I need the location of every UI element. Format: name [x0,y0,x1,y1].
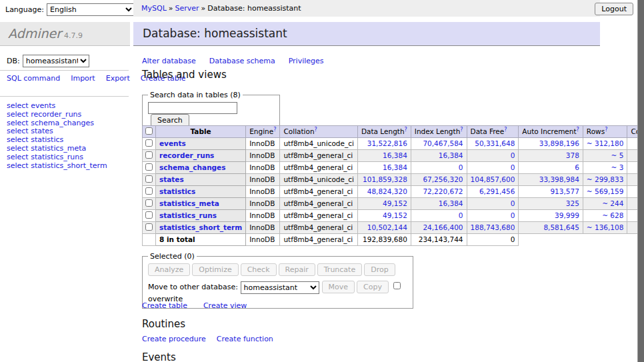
row-checkbox[interactable] [145,175,153,183]
overwrite-checkbox[interactable] [393,282,401,289]
row-checkbox[interactable] [145,211,153,219]
table-link[interactable]: statistics [159,187,195,195]
optimize-button[interactable]: Optimize [192,263,238,276]
sidebar-table-link-states[interactable]: states [31,127,53,135]
data-length-link[interactable]: 48,824,320 [367,187,407,195]
sidebar-link-import[interactable]: Import [71,74,95,83]
auto-increment-link[interactable]: 325 [566,199,579,207]
sidebar-table-link-recorder-runs[interactable]: recorder_runs [31,110,81,119]
drop-button[interactable]: Drop [364,263,395,276]
create-table-link[interactable]: Create table [142,301,187,310]
auto-increment-link[interactable]: 6 [575,163,579,171]
search-input[interactable] [148,102,237,114]
table-link[interactable]: states [159,175,184,183]
create-view-link[interactable]: Create view [203,301,247,310]
help-link[interactable]: ? [315,127,317,133]
data-length-link[interactable]: 31,522,816 [367,139,407,147]
help-link[interactable]: ? [405,127,407,133]
table-link[interactable]: recorder_runs [159,151,214,159]
sidebar-link-sql-command[interactable]: SQL command [7,74,60,83]
create-function-link[interactable]: Create function [217,335,273,343]
sidebar-select-link[interactable]: select [7,127,29,135]
index-length-link[interactable]: 16,384 [439,199,463,207]
rows-count-link[interactable]: ~ 569,159 [587,187,624,195]
check-button[interactable]: Check [241,263,277,276]
sidebar-table-link-statistics-runs[interactable]: statistics_runs [31,153,83,161]
help-link[interactable]: ? [577,127,579,133]
move-button[interactable]: Move [322,281,355,293]
database-schema-link[interactable]: Database schema [209,57,275,65]
analyze-button[interactable]: Analyze [148,263,190,276]
sidebar-table-link-events[interactable]: events [31,101,55,110]
data-length-link[interactable]: 10,502,144 [367,223,407,231]
row-checkbox[interactable] [145,163,153,171]
data-free-link[interactable]: 104,857,600 [471,175,515,183]
rows-count-link[interactable]: ~ 628 [602,211,623,219]
index-length-link[interactable]: 16,384 [439,151,463,159]
breadcrumb-link-server[interactable]: Server [175,4,199,13]
rows-count-link[interactable]: ~ 136,108 [587,223,624,231]
row-checkbox[interactable] [145,187,153,195]
table-link[interactable]: events [159,139,186,147]
sidebar-select-link[interactable]: select [7,144,29,153]
auto-increment-link[interactable]: 39,999 [555,211,579,219]
index-length-link[interactable]: 67,256,320 [423,175,463,183]
data-free-link[interactable]: 6,291,456 [479,187,515,195]
index-length-link[interactable]: 72,220,672 [423,187,463,195]
sidebar-link-export[interactable]: Export [106,74,130,83]
data-length-link[interactable]: 101,859,328 [363,175,407,183]
help-link[interactable]: ? [504,127,507,133]
move-database-select[interactable]: homeassistant [241,281,319,294]
breadcrumb-link-mysql[interactable]: MySQL [141,4,167,13]
privileges-link[interactable]: Privileges [289,57,324,65]
index-length-link[interactable]: 24,166,400 [423,223,463,231]
data-free-link[interactable]: 0 [511,151,515,159]
sidebar-select-link[interactable]: select [7,119,29,127]
sidebar-select-link[interactable]: select [7,161,29,170]
auto-increment-link[interactable]: 33,398,984 [539,175,579,183]
row-checkbox[interactable] [145,199,153,207]
data-free-link[interactable]: 50,331,648 [475,139,515,147]
rows-count-link[interactable]: ~ 299,833 [587,175,624,183]
db-select[interactable]: homeassistant [23,55,89,67]
sidebar-table-link-statistics[interactable]: statistics [31,135,63,144]
table-link[interactable]: statistics_short_term [159,223,242,231]
table-link[interactable]: schema_changes [159,163,226,171]
logout-button[interactable]: Logout [595,3,633,15]
auto-increment-link[interactable]: 913,577 [550,187,579,195]
copy-button[interactable]: Copy [357,281,389,293]
help-link[interactable]: ? [605,127,607,133]
data-free-link[interactable]: 188,743,680 [471,223,515,231]
index-length-link[interactable]: 0 [459,211,463,219]
index-length-link[interactable]: 0 [459,163,463,171]
auto-increment-link[interactable]: 8,581,645 [543,223,579,231]
table-link[interactable]: statistics_meta [159,199,219,207]
help-link[interactable]: ? [460,127,463,133]
language-select[interactable]: English [47,3,135,16]
auto-increment-link[interactable]: 33,898,196 [539,139,579,147]
data-free-link[interactable]: 0 [511,199,515,207]
rows-count-link[interactable]: ~ 5 [611,151,624,159]
sidebar-select-link[interactable]: select [7,135,29,144]
sidebar-table-link-statistics-meta[interactable]: statistics_meta [31,144,86,153]
rows-count-link[interactable]: ~ 3 [611,163,624,171]
data-length-link[interactable]: 16,384 [383,163,407,171]
sidebar-select-link[interactable]: select [7,110,29,119]
sidebar-table-link-statistics-short-term[interactable]: statistics_short_term [31,161,107,170]
vertical-scrollbar[interactable] [637,0,644,362]
truncate-button[interactable]: Truncate [317,263,362,276]
select-all-checkbox[interactable] [145,127,153,135]
index-length-link[interactable]: 70,467,584 [423,139,463,147]
row-checkbox[interactable] [145,223,153,231]
sidebar-table-link-schema-changes[interactable]: schema_changes [31,119,94,127]
sidebar-select-link[interactable]: select [7,101,29,110]
alter-database-link[interactable]: Alter database [142,57,196,65]
sidebar-select-link[interactable]: select [7,153,29,161]
table-link[interactable]: statistics_runs [159,211,217,219]
auto-increment-link[interactable]: 378 [566,151,579,159]
row-checkbox[interactable] [145,151,153,159]
row-checkbox[interactable] [145,139,153,147]
rows-count-link[interactable]: ~ 244 [602,199,623,207]
data-free-link[interactable]: 0 [511,163,515,171]
repair-button[interactable]: Repair [279,263,315,276]
